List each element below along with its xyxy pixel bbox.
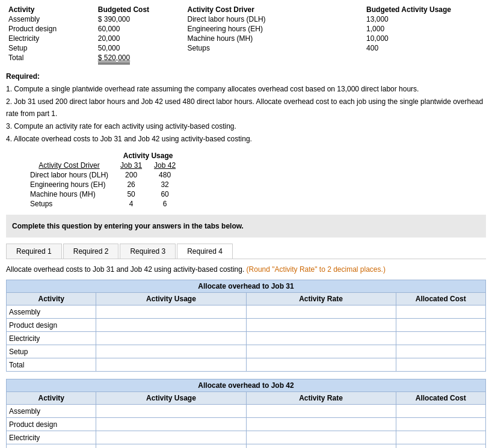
top-cost-value: 20,000	[96, 34, 185, 43]
complete-section: Complete this question by entering your …	[6, 215, 486, 238]
usage-job42-value: 6	[148, 199, 182, 209]
allocated-cost-input[interactable]	[399, 434, 483, 442]
overhead-activity-rate-cell[interactable]	[246, 418, 396, 431]
overhead-row: Product design	[7, 418, 486, 431]
overhead-activity-usage-cell[interactable]	[96, 319, 246, 332]
top-activity-label: Electricity	[6, 34, 96, 43]
job42-header: Job 42	[148, 161, 182, 170]
overhead-activity-label: Total	[7, 358, 96, 372]
overhead-header-1: Activity Usage	[96, 392, 246, 405]
allocated-cost-input[interactable]	[399, 407, 483, 416]
overhead-activity-rate-cell[interactable]	[246, 405, 396, 418]
activity-rate-input[interactable]	[249, 308, 393, 316]
allocated-cost-input[interactable]	[399, 308, 483, 316]
overhead-activity-usage-cell[interactable]	[96, 405, 246, 418]
activity-usage-input[interactable]	[99, 348, 243, 356]
allocated-cost-input[interactable]	[399, 321, 483, 330]
activity-rate-input[interactable]	[249, 334, 393, 343]
usage-driver-label: Engineering hours (EH)	[24, 180, 114, 189]
overhead-activity-label: Setup	[7, 345, 96, 358]
top-table-row: Setup50,000Setups400	[6, 43, 486, 53]
required-title: Required:	[6, 71, 486, 82]
activity-usage-input[interactable]	[99, 334, 243, 343]
activity-rate-input[interactable]	[249, 420, 393, 429]
usage-driver-label: Direct labor hours (DLH)	[24, 170, 114, 180]
overhead-allocated-cost-cell[interactable]	[396, 444, 485, 448]
overhead-activity-rate-cell[interactable]	[246, 332, 396, 345]
overhead-activity-rate-cell[interactable]	[246, 305, 396, 319]
activity-usage-row: Direct labor hours (DLH)200480	[24, 170, 182, 180]
top-activity-label: Assembly	[6, 14, 96, 24]
overhead-allocated-cost-cell[interactable]	[396, 405, 485, 418]
tab-required-4[interactable]: Required 4	[177, 244, 233, 259]
activity-usage-input[interactable]	[99, 321, 243, 330]
top-activity-table: Activity Budgeted Cost Activity Cost Dri…	[6, 5, 486, 65]
overhead-allocated-cost-cell[interactable]	[396, 358, 485, 372]
activity-usage-row: Setups46	[24, 199, 182, 209]
overhead-allocated-cost-cell[interactable]	[396, 305, 485, 319]
top-activity-label: Product design	[6, 24, 96, 34]
activity-cost-driver-header: Activity Cost Driver	[185, 5, 364, 14]
overhead-header-2: Activity Rate	[246, 392, 396, 405]
top-table-row: Product design60,000Engineering hours (E…	[6, 24, 486, 34]
activity-usage-title: Activity Usage	[114, 151, 182, 161]
top-table-row: Electricity20,000Machine hours (MH)10,00…	[6, 34, 486, 43]
overhead-row: Assembly	[7, 405, 486, 418]
activity-rate-input[interactable]	[249, 434, 393, 442]
activity-rate-input[interactable]	[249, 348, 393, 356]
instruction-note: (Round "Activity Rate" to 2 decimal plac…	[247, 265, 386, 274]
tab-required-3[interactable]: Required 3	[120, 244, 176, 259]
job42-title: Allocate overhead to Job 42	[6, 379, 486, 391]
top-activity-label: Total	[6, 53, 96, 65]
overhead-activity-usage-cell[interactable]	[96, 444, 246, 448]
overhead-activity-rate-cell[interactable]	[246, 319, 396, 332]
overhead-allocated-cost-cell[interactable]	[396, 319, 485, 332]
instruction-prefix: Allocate overhead costs to Job 31 and Jo…	[6, 265, 244, 274]
tab-required-1[interactable]: Required 1	[6, 244, 62, 259]
overhead-header-0: Activity	[7, 392, 96, 405]
overhead-activity-usage-cell[interactable]	[96, 345, 246, 358]
overhead-activity-label: Electricity	[7, 431, 96, 444]
top-driver-value	[185, 53, 364, 65]
allocated-cost-input[interactable]	[399, 420, 483, 429]
activity-usage-input[interactable]	[99, 434, 243, 442]
overhead-activity-label: Electricity	[7, 332, 96, 345]
overhead-allocated-cost-cell[interactable]	[396, 418, 485, 431]
allocated-cost-input[interactable]	[399, 334, 483, 343]
activity-rate-input[interactable]	[249, 407, 393, 416]
top-activity-label: Setup	[6, 43, 96, 53]
budgeted-activity-usage-header: Budgeted Activity Usage	[364, 5, 486, 14]
required-item-1: 1. Compute a single plantwide overhead r…	[6, 84, 486, 95]
overhead-activity-usage-cell[interactable]	[96, 305, 246, 319]
top-driver-value: Direct labor hours (DLH)	[185, 14, 364, 24]
usage-job31-value: 200	[114, 170, 148, 180]
activity-usage-input[interactable]	[99, 420, 243, 429]
activity-header: Activity	[6, 5, 96, 14]
top-usage-value	[364, 53, 486, 65]
overhead-activity-rate-cell[interactable]	[246, 444, 396, 448]
activity-rate-input[interactable]	[249, 321, 393, 330]
activity-usage-input[interactable]	[99, 308, 243, 316]
allocated-cost-input[interactable]	[399, 361, 483, 369]
overhead-row: Setup	[7, 345, 486, 358]
overhead-allocated-cost-cell[interactable]	[396, 345, 485, 358]
top-driver-value: Machine hours (MH)	[185, 34, 364, 43]
overhead-activity-rate-cell	[246, 358, 396, 372]
overhead-allocated-cost-cell[interactable]	[396, 431, 485, 444]
top-driver-value: Setups	[185, 43, 364, 53]
overhead-activity-usage-cell[interactable]	[96, 332, 246, 345]
overhead-row: Electricity	[7, 431, 486, 444]
tab-required-2[interactable]: Required 2	[63, 244, 119, 259]
allocated-cost-input[interactable]	[399, 348, 483, 356]
overhead-allocated-cost-cell[interactable]	[396, 332, 485, 345]
overhead-activity-usage-cell[interactable]	[96, 431, 246, 444]
usage-driver-label: Setups	[24, 199, 114, 209]
complete-text: Complete this question by entering your …	[12, 222, 244, 230]
job31-section: Allocate overhead to Job 31 ActivityActi…	[6, 280, 486, 372]
overhead-activity-usage-cell[interactable]	[96, 418, 246, 431]
overhead-activity-rate-cell[interactable]	[246, 431, 396, 444]
tabs-container: Required 1Required 2Required 3Required 4	[6, 244, 486, 259]
overhead-activity-rate-cell[interactable]	[246, 345, 396, 358]
activity-usage-input[interactable]	[99, 407, 243, 416]
overhead-activity-label: Assembly	[7, 305, 96, 319]
